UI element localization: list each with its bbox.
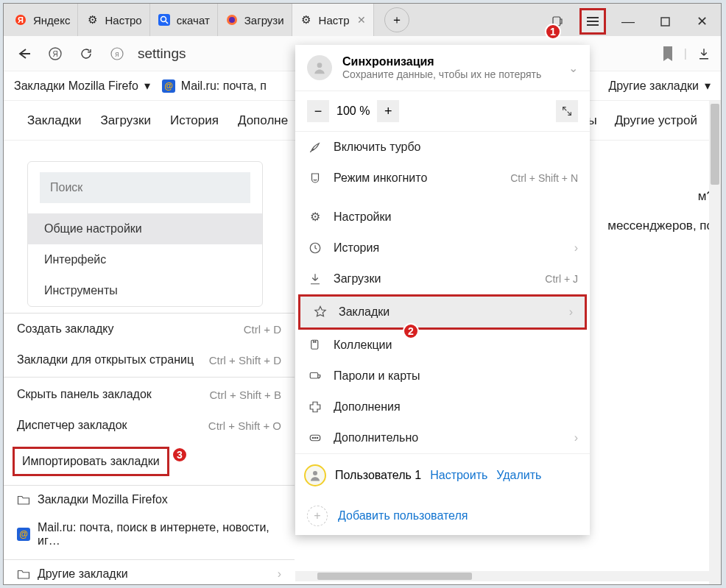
bookmark-label: Mail.ru: почта, п: [181, 79, 267, 93]
back-button[interactable]: [14, 43, 35, 64]
tab-label: Загрузи: [244, 14, 284, 26]
menu-add-user[interactable]: + Добавить пользователя: [295, 497, 590, 535]
submenu-folder-other[interactable]: Другие закладки ›: [4, 559, 295, 585]
collections-icon: [307, 339, 323, 352]
settings-search-input[interactable]: [40, 172, 250, 203]
minimize-button[interactable]: —: [613, 10, 643, 33]
nav-bookmarks[interactable]: Закладки: [27, 113, 82, 128]
main-menu-dropdown: Синхронизация Сохраните данные, чтобы их…: [295, 45, 590, 535]
tab-settings-1[interactable]: ⚙ Настро: [78, 4, 149, 36]
folder-icon: [17, 494, 30, 506]
submenu-bookmark-manager[interactable]: Диспетчер закладок Ctrl + Shift + O: [4, 410, 295, 441]
tab-firefox[interactable]: Загрузи: [218, 4, 292, 36]
sidebar-item-interface[interactable]: Интерфейс: [28, 244, 262, 275]
user-configure-link[interactable]: Настроить: [430, 469, 487, 482]
puzzle-icon: [307, 400, 323, 414]
gear-icon: ⚙: [307, 210, 323, 224]
chevron-right-icon: ›: [278, 567, 281, 581]
tab-label: Настр: [319, 14, 350, 26]
chevron-down-icon: ▾: [144, 79, 150, 93]
menu-incognito[interactable]: Режим инкогнито Ctrl + Shift + N: [295, 163, 590, 194]
page-text-fragment: мессенджеров, по: [607, 219, 713, 233]
vertical-scrollbar[interactable]: [709, 101, 721, 584]
avatar-icon: [307, 55, 332, 80]
settings-sidebar: Общие настройки Интерфейс Инструменты: [27, 161, 263, 307]
menu-passwords[interactable]: Пароли и карты: [295, 361, 590, 392]
avatar-icon: [304, 464, 326, 486]
svg-point-20: [317, 63, 323, 68]
download-icon: [307, 272, 323, 286]
nav-other-devices[interactable]: Другие устрой: [615, 113, 697, 128]
downloads-icon[interactable]: [697, 47, 711, 60]
submenu-bookmark-mailru[interactable]: @ Mail.ru: почта, поиск в интернете, нов…: [4, 514, 295, 555]
search-icon: [158, 13, 171, 26]
menu-user-row: Пользователь 1 Настроить Удалить: [295, 453, 590, 497]
user-delete-link[interactable]: Удалить: [496, 469, 541, 482]
shortcut-text: Ctrl + D: [244, 323, 281, 336]
svg-point-28: [313, 471, 317, 475]
new-tab-button[interactable]: ＋: [384, 7, 409, 32]
chevron-right-icon: ›: [574, 241, 578, 255]
svg-text:я: я: [115, 50, 119, 58]
address-text[interactable]: settings: [138, 46, 186, 62]
yandex-icon: Я: [14, 13, 27, 26]
menu-downloads[interactable]: Загрузки Ctrl + J: [295, 263, 590, 294]
close-icon[interactable]: ✕: [357, 14, 366, 26]
tab-settings-active[interactable]: ⚙ Настр ✕: [292, 4, 374, 36]
submenu-bookmark-open-tabs[interactable]: Закладки для открытых страниц Ctrl + Shi…: [4, 344, 295, 375]
tab-yandex[interactable]: Я Яндекс: [7, 4, 78, 36]
submenu-import-bookmarks[interactable]: Импортировать закладки 3: [4, 441, 295, 482]
nav-history[interactable]: История: [170, 113, 219, 128]
bookmark-folder-firefox[interactable]: Закладки Mozilla Firefo ▾: [14, 79, 150, 93]
bookmark-page-icon[interactable]: [662, 46, 674, 61]
close-window-button[interactable]: ✕: [687, 10, 716, 33]
bookmark-label: Другие закладки: [608, 79, 699, 93]
tab-download-search[interactable]: скачат: [150, 4, 218, 36]
nav-addons[interactable]: Дополне: [238, 113, 288, 128]
maximize-button[interactable]: [650, 10, 680, 33]
firefox-icon: [225, 13, 239, 26]
sidebar-item-tools[interactable]: Инструменты: [28, 275, 262, 306]
other-bookmarks[interactable]: Другие закладки ▾: [608, 79, 711, 93]
menu-addons[interactable]: Дополнения: [295, 392, 590, 422]
zoom-in-button[interactable]: +: [377, 100, 399, 122]
main-menu-button[interactable]: [579, 8, 606, 35]
user-name: Пользователь 1: [335, 469, 421, 482]
menu-collections[interactable]: Коллекции: [295, 330, 590, 361]
tableau-button[interactable]: Я: [45, 43, 66, 64]
sidebar-item-general[interactable]: Общие настройки: [28, 213, 262, 244]
horizontal-scrollbar[interactable]: [295, 571, 712, 581]
menu-label: Создать закладку: [17, 322, 113, 336]
zoom-value: 100 %: [336, 105, 370, 118]
svg-point-25: [312, 437, 314, 439]
shortcut-text: Ctrl + Shift + D: [209, 354, 281, 366]
menu-bookmarks[interactable]: Закладки ›: [300, 297, 585, 327]
menu-label: Импортировать закладки: [22, 455, 160, 467]
sync-title: Синхронизация: [342, 55, 541, 68]
menu-label: Добавить пользователя: [338, 509, 468, 523]
menu-more[interactable]: Дополнительно ›: [295, 422, 590, 453]
reload-button[interactable]: [76, 43, 96, 64]
submenu-hide-bar[interactable]: Скрыть панель закладок Ctrl + Shift + B: [4, 377, 295, 410]
menu-turbo[interactable]: Включить турбо: [295, 132, 590, 163]
menu-zoom-row: − 100 % +: [295, 91, 590, 132]
menu-sync[interactable]: Синхронизация Сохраните данные, чтобы их…: [295, 45, 590, 91]
svg-text:@: @: [19, 529, 28, 539]
gear-icon: ⚙: [85, 13, 99, 26]
menu-history[interactable]: История ›: [295, 233, 590, 263]
bookmark-mailru[interactable]: @ Mail.ru: почта, п: [162, 79, 267, 93]
submenu-folder-firefox[interactable]: Закладки Mozilla Firefox: [4, 485, 295, 514]
tab-strip: Я Яндекс ⚙ Настро скачат Загрузи ⚙ Настр…: [4, 4, 721, 36]
gear-icon: ⚙: [300, 13, 313, 26]
nav-downloads[interactable]: Загрузки: [101, 113, 151, 128]
chevron-right-icon: ›: [569, 305, 573, 319]
menu-label: Загрузки: [334, 272, 381, 286]
site-icon: я: [107, 43, 127, 64]
submenu-create-bookmark[interactable]: Создать закладку Ctrl + D: [4, 314, 295, 344]
menu-label: Диспетчер закладок: [17, 419, 127, 432]
zoom-out-button[interactable]: −: [307, 100, 329, 122]
fullscreen-button[interactable]: [556, 100, 578, 122]
menu-label: Дополнительно: [334, 431, 418, 444]
bookmark-label: Закладки Mozilla Firefo: [14, 79, 138, 93]
menu-settings[interactable]: ⚙ Настройки: [295, 201, 590, 233]
